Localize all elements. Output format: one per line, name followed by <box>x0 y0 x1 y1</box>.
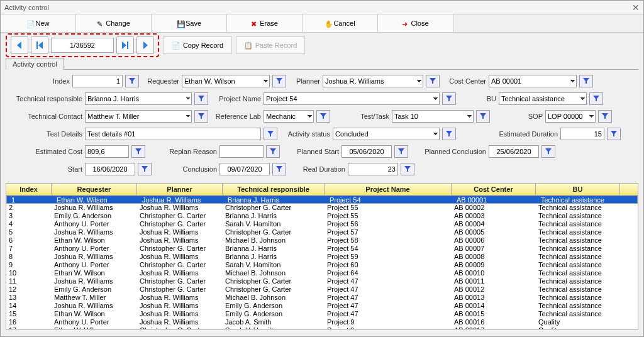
filter-index-button[interactable] <box>125 75 139 87</box>
tech-contact-select[interactable]: Matthew T. Miller <box>85 110 192 123</box>
table-row[interactable]: 2Joshua R. WilliamsJoshua R. WilliamsChr… <box>6 204 638 212</box>
filter-est-cost-button[interactable] <box>131 145 145 158</box>
nav-first-button[interactable] <box>31 36 48 54</box>
test-details-input[interactable] <box>85 128 261 140</box>
ref-lab-select[interactable]: Mechanic <box>264 110 314 123</box>
cost-center-select[interactable]: AB 00001 <box>489 75 577 87</box>
col-tech-resp[interactable]: Technical responsible <box>223 184 325 195</box>
tab-activity-control[interactable]: Activity control <box>6 58 64 70</box>
filter-planned-start-button[interactable] <box>394 145 408 158</box>
table-row[interactable]: 10Ethan W. WilsonJoshua R. WilliamsMicha… <box>6 269 638 277</box>
project-name-select[interactable]: Project 54 <box>264 92 440 105</box>
table-cell: Project 58 <box>325 236 452 245</box>
save-button[interactable]: 💾Save <box>152 14 227 32</box>
sop-select[interactable]: LOP 00000 <box>545 110 596 123</box>
filter-ref-lab-button[interactable] <box>316 110 330 123</box>
new-button[interactable]: 📄New <box>1 14 76 32</box>
planned-conc-input[interactable] <box>489 145 539 158</box>
table-cell: AB 00009 <box>452 261 536 269</box>
requester-select[interactable]: Ethan W. Wilson <box>182 75 270 87</box>
close-icon[interactable]: ✕ <box>632 3 640 13</box>
svg-marker-2 <box>38 41 43 49</box>
test-task-select[interactable]: Task 10 <box>392 110 474 123</box>
table-cell: Joshua R. Williams <box>137 310 223 318</box>
est-cost-input[interactable] <box>85 145 129 158</box>
filter-replan-button[interactable] <box>266 145 280 158</box>
index-input[interactable] <box>72 75 123 87</box>
filter-est-duration-button[interactable] <box>607 128 621 140</box>
table-row[interactable]: 1Ethan W. WilsonJoshua R. WilliamsBriann… <box>6 196 638 204</box>
table-row[interactable]: 12Emily G. AndersonChristopher G. Carter… <box>6 285 638 294</box>
table-row[interactable]: 4Anthony U. PorterChristopher G. CarterS… <box>6 220 638 228</box>
tech-resp-select[interactable]: Brianna J. Harris <box>85 92 192 105</box>
start-input[interactable] <box>85 163 135 175</box>
filter-planner-button[interactable] <box>426 75 440 87</box>
table-row[interactable]: 6Ethan W. WilsonJoshua R. WilliamsMichae… <box>6 236 638 245</box>
activity-status-select[interactable]: Concluded <box>333 128 440 140</box>
table-cell: Technical assistance <box>536 302 620 310</box>
change-button[interactable]: ✎Change <box>76 14 152 32</box>
table-row[interactable]: 11Joshua R. WilliamsChristopher G. Carte… <box>6 277 638 285</box>
table-cell: 15 <box>6 310 52 318</box>
new-icon: 📄 <box>26 20 33 26</box>
col-planner[interactable]: Planner <box>137 184 223 195</box>
est-duration-input[interactable] <box>560 128 604 140</box>
erase-icon: ✖ <box>251 20 257 26</box>
grid-body[interactable]: 1Ethan W. WilsonJoshua R. WilliamsBriann… <box>6 196 638 329</box>
close-door-icon: ➜ <box>402 20 408 26</box>
filter-real-dur-button[interactable] <box>401 163 414 175</box>
filter-tech-contact-button[interactable] <box>194 110 208 123</box>
table-row[interactable]: 5Joshua R. WilliamsJoshua R. WilliamsChr… <box>6 228 638 236</box>
filter-test-task-button[interactable] <box>476 110 490 123</box>
filter-test-details-button[interactable] <box>264 128 277 140</box>
table-row[interactable]: 15Ethan W. WilsonJoshua R. WilliamsEmily… <box>6 310 638 318</box>
filter-activity-status-button[interactable] <box>442 128 456 140</box>
data-grid: Index Requester Planner Technical respon… <box>6 183 638 330</box>
filter-sop-button[interactable] <box>598 110 612 123</box>
table-cell: Project 9 <box>325 326 452 329</box>
col-cost-center[interactable]: Cost Center <box>452 184 536 195</box>
table-cell: Christopher G. Carter <box>137 326 223 329</box>
table-row[interactable]: 7Anthony U. PorterChristopher G. CarterB… <box>6 245 638 253</box>
erase-button[interactable]: ✖Erase <box>227 14 303 32</box>
label-conclusion: Conclusion <box>154 165 217 173</box>
table-row[interactable]: 14Joshua R. WilliamsJoshua R. WilliamsEm… <box>6 302 638 310</box>
nav-prev-button[interactable] <box>11 36 28 54</box>
table-row[interactable]: 3Emily G. AndersonChristopher G. CarterB… <box>6 212 638 220</box>
conclusion-input[interactable] <box>219 163 270 175</box>
col-requester[interactable]: Requester <box>52 184 137 195</box>
planned-start-input[interactable] <box>341 145 392 158</box>
col-project-name[interactable]: Project Name <box>325 184 452 195</box>
planner-select[interactable]: Joshua R. Williams <box>323 75 423 87</box>
filter-planned-conc-button[interactable] <box>541 145 555 158</box>
table-row[interactable]: 13Matthew T. MillerJoshua R. WilliamsMic… <box>6 294 638 302</box>
cancel-button[interactable]: ✋Cancel <box>303 14 378 32</box>
close-button[interactable]: ➜Close <box>378 14 453 32</box>
copy-record-button[interactable]: 📄Copy Record <box>163 36 232 54</box>
paste-record-button[interactable]: 📋Paste Record <box>236 36 305 54</box>
table-cell: Christopher G. Carter <box>137 261 223 269</box>
table-row[interactable]: 8Joshua R. WilliamsJoshua R. WilliamsBri… <box>6 253 638 261</box>
table-cell: Joshua R. Williams <box>137 204 223 212</box>
filter-conclusion-button[interactable] <box>272 163 286 175</box>
table-row[interactable]: 17Ethan W. WilsonChristopher G. CarterSa… <box>6 326 638 329</box>
nav-next-button[interactable] <box>136 36 154 54</box>
replan-input[interactable] <box>219 145 264 158</box>
bu-select[interactable]: Technical assistance <box>499 92 587 105</box>
filter-cost-center-button[interactable] <box>579 75 593 87</box>
table-row[interactable]: 16Anthony U. PorterJoshua R. WilliamsJac… <box>6 318 638 326</box>
filter-start-button[interactable] <box>138 163 152 175</box>
filter-project-name-button[interactable] <box>442 92 456 105</box>
filter-bu-button[interactable] <box>589 92 603 105</box>
col-bu[interactable]: BU <box>536 184 620 195</box>
col-index[interactable]: Index <box>6 184 52 195</box>
filter-requester-button[interactable] <box>272 75 286 87</box>
table-cell: Emily G. Anderson <box>52 285 137 294</box>
label-requester: Requester <box>142 77 179 85</box>
real-dur-input[interactable] <box>348 163 398 175</box>
table-row[interactable]: 9Anthony U. PorterChristopher G. CarterS… <box>6 261 638 269</box>
table-cell: Brianna J. Harris <box>223 212 325 220</box>
table-cell: Brianna J. Harris <box>223 253 325 261</box>
nav-last-button[interactable] <box>116 36 134 54</box>
filter-tech-resp-button[interactable] <box>194 92 208 105</box>
